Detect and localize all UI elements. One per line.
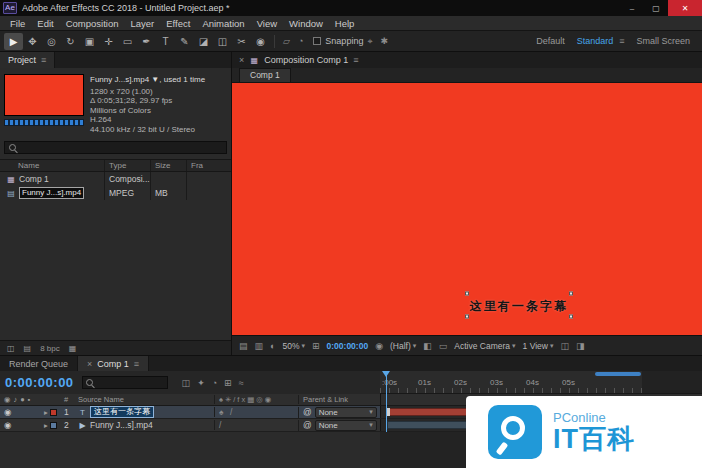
composition-mini-flowchart-icon[interactable]: ◫ (182, 378, 191, 388)
column-type[interactable]: Type (104, 160, 150, 171)
pen-tool-icon[interactable]: ✒ (137, 33, 156, 50)
rotate-tool-icon[interactable]: ↻ (61, 33, 80, 50)
parent-dropdown[interactable]: None ▾ (315, 420, 377, 431)
column-size[interactable]: Size (150, 160, 186, 171)
layer-switches-icons[interactable]: ♠✳/fx▦◎◉ (214, 395, 298, 404)
stroke-option-icon[interactable]: ◔ (298, 36, 303, 46)
column-layer-number[interactable]: # (64, 395, 78, 404)
current-timecode[interactable]: 0:00:00:00 (5, 375, 74, 390)
snapshot-icon[interactable]: ◉ (375, 341, 383, 351)
magnification-icon[interactable]: ▥ (255, 341, 264, 351)
resolution-dropdown[interactable]: (Half) ▾ (390, 341, 416, 351)
close-button[interactable]: ✕ (668, 0, 702, 16)
audio-icon[interactable]: ♪ (14, 395, 18, 404)
project-search-input[interactable] (20, 142, 222, 153)
expand-arrow-icon[interactable]: ▸ (44, 408, 48, 417)
menu-window[interactable]: Window (283, 18, 329, 29)
panel-menu-icon[interactable]: ≡ (41, 55, 46, 65)
table-row-comp1[interactable]: ▦ Comp 1 Composi... (0, 172, 231, 186)
zoom-tool-icon[interactable]: ◎ (42, 33, 61, 50)
pixel-aspect-icon[interactable]: ◫ (560, 341, 569, 351)
tab-close-icon[interactable]: × (239, 55, 244, 65)
menu-layer[interactable]: Layer (125, 18, 161, 29)
clone-stamp-tool-icon[interactable]: ◪ (194, 33, 213, 50)
layer-switches[interactable]: / (214, 420, 298, 430)
time-navigator-handle[interactable] (595, 372, 641, 376)
menu-edit[interactable]: Edit (31, 18, 59, 29)
layer-name[interactable]: Funny J...s].mp4 (90, 420, 153, 430)
menu-view[interactable]: View (251, 18, 283, 29)
label-color-chip[interactable] (50, 422, 57, 429)
selection-handle[interactable] (465, 314, 469, 318)
eye-icon[interactable]: ◉ (4, 420, 11, 430)
shape-tool-icon[interactable]: ▭ (118, 33, 137, 50)
viewer-timecode[interactable]: 0:00:00:00 (327, 341, 369, 351)
selection-handle[interactable] (569, 291, 573, 295)
tab-timeline-comp1[interactable]: × Comp 1 ≡ (78, 356, 149, 371)
tab-composition-comp1[interactable]: Composition Comp 1 (264, 55, 348, 65)
menu-composition[interactable]: Composition (60, 18, 125, 29)
snap-options-icon[interactable]: ✱ (380, 36, 388, 46)
workspace-small-screen[interactable]: Small Screen (636, 36, 690, 46)
workspace-standard[interactable]: Standard (577, 36, 614, 46)
selected-text-layer[interactable]: 这里有一条字幕 (470, 295, 568, 314)
mask-visibility-icon[interactable]: ◐ (270, 341, 275, 351)
region-of-interest-icon[interactable]: ▭ (439, 341, 448, 351)
column-source-name[interactable]: Source Name (78, 395, 214, 404)
interpret-footage-icon[interactable]: ◫ (7, 344, 15, 353)
puppet-tool-icon[interactable]: ◉ (251, 33, 270, 50)
menu-help[interactable]: Help (329, 18, 361, 29)
menu-effect[interactable]: Effect (160, 18, 196, 29)
subtitle-text[interactable]: 这里有一条字幕 (470, 298, 568, 312)
workspace-default[interactable]: Default (536, 36, 565, 46)
camera-dropdown[interactable]: Active Camera ▾ (454, 341, 515, 351)
solo-icon[interactable]: ● (20, 395, 25, 404)
workspace-menu-icon[interactable]: ≡ (619, 36, 624, 46)
lock-icon[interactable]: ▪ (28, 395, 31, 404)
eye-icon[interactable]: ◉ (4, 395, 11, 404)
column-frames[interactable]: Fra (186, 160, 231, 171)
project-bitdepth[interactable]: 8 bpc (40, 344, 60, 353)
type-tool-icon[interactable]: T (156, 33, 175, 50)
grid-guides-icon[interactable]: ⊞ (312, 341, 320, 351)
always-preview-icon[interactable]: ▤ (239, 341, 248, 351)
hide-shy-icon[interactable]: ◔ (212, 378, 217, 388)
panel-menu-icon[interactable]: ≡ (353, 55, 358, 65)
tab-render-queue[interactable]: Render Queue (0, 356, 78, 371)
layer-name[interactable]: 这里有一条字幕 (90, 406, 154, 418)
label-color-chip[interactable] (50, 409, 57, 416)
tab-close-icon[interactable]: × (87, 359, 92, 369)
tab-project[interactable]: Project ≡ (0, 52, 55, 68)
selection-tool-icon[interactable]: ▶ (4, 33, 23, 50)
snap-to-feature-icon[interactable]: ⌖ (367, 36, 372, 47)
view-layout-dropdown[interactable]: 1 View ▾ (523, 341, 554, 351)
table-row-footage[interactable]: ▤ Funny J...s].mp4 MPEG MB (0, 186, 231, 200)
menu-animation[interactable]: Animation (196, 18, 250, 29)
expand-arrow-icon[interactable]: ▸ (44, 421, 48, 430)
fast-previews-icon[interactable]: ◨ (576, 341, 585, 351)
pan-behind-tool-icon[interactable]: ✛ (99, 33, 118, 50)
selection-handle[interactable] (569, 314, 573, 318)
minimize-button[interactable]: – (620, 0, 644, 16)
camera-tool-icon[interactable]: ▣ (80, 33, 99, 50)
item-name[interactable]: Funny J...s].mp4 (19, 187, 84, 199)
brush-tool-icon[interactable]: ✎ (175, 33, 194, 50)
hand-tool-icon[interactable]: ✥ (23, 33, 42, 50)
snapping-checkbox[interactable] (313, 37, 321, 45)
zoom-dropdown[interactable]: 50% ▾ (282, 341, 305, 351)
new-folder-icon[interactable]: ▤ (24, 344, 32, 353)
selection-handle[interactable] (465, 291, 469, 295)
time-ruler[interactable]: :00s 01s 02s 03s 04s 05s (380, 371, 702, 394)
pickwhip-icon[interactable]: @ (303, 407, 312, 417)
roto-brush-tool-icon[interactable]: ✂ (232, 33, 251, 50)
panel-menu-icon[interactable]: ≡ (134, 359, 139, 369)
layer-switches[interactable]: ♠ / (214, 407, 298, 417)
frame-blend-icon[interactable]: ⊞ (224, 378, 232, 388)
composition-viewport[interactable]: 这里有一条字幕 (232, 83, 702, 335)
viewer-tab-comp1[interactable]: Comp 1 (239, 68, 291, 82)
maximize-button[interactable]: ▢ (644, 0, 668, 16)
pickwhip-icon[interactable]: @ (303, 420, 312, 430)
mask-option-icon[interactable]: ▱ (283, 36, 290, 46)
parent-dropdown[interactable]: None ▾ (315, 407, 377, 418)
menu-file[interactable]: File (4, 18, 31, 29)
